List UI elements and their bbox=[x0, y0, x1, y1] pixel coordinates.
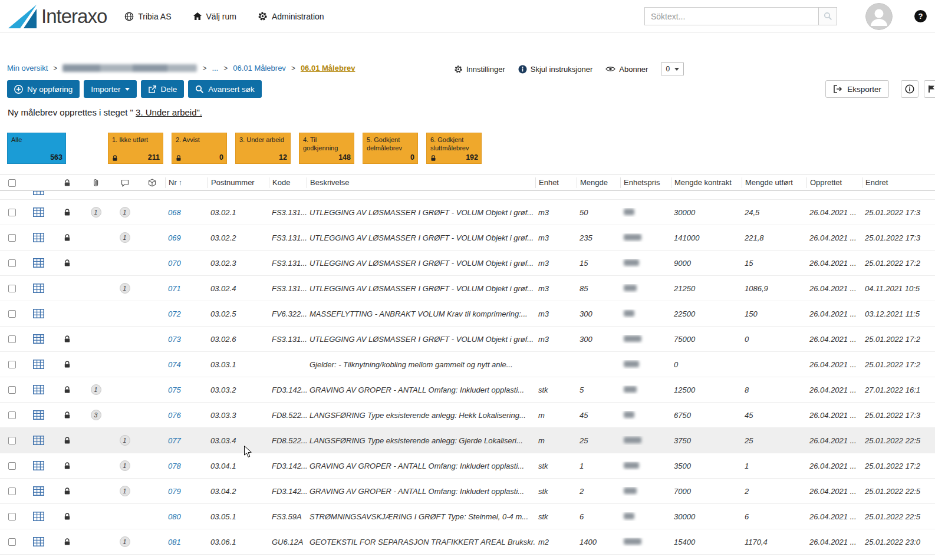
column-header-enhet[interactable]: Enhet bbox=[535, 177, 577, 188]
row-checkbox[interactable] bbox=[8, 234, 16, 242]
grid-icon[interactable] bbox=[33, 191, 44, 195]
column-header-kode[interactable]: Kode bbox=[269, 177, 307, 188]
entry-number-link[interactable]: 081 bbox=[168, 538, 181, 546]
new-entry-button[interactable]: Ny oppføring bbox=[7, 80, 80, 98]
row-checkbox[interactable] bbox=[8, 462, 16, 470]
stage-tile[interactable]: 5. Godkjent delmålebrev 0 bbox=[363, 133, 418, 164]
row-checkbox[interactable] bbox=[8, 487, 16, 495]
row-checkbox[interactable] bbox=[8, 538, 16, 546]
entry-number-link[interactable]: 072 bbox=[168, 309, 181, 318]
comment-count-badge[interactable]: 1 bbox=[120, 232, 130, 243]
tenant-menu[interactable]: Tribia AS bbox=[124, 12, 171, 21]
attachment-count-badge[interactable]: 3 bbox=[91, 410, 101, 420]
hide-instructions-action[interactable]: Skjul instruksjoner bbox=[518, 65, 593, 74]
grid-icon[interactable] bbox=[33, 486, 44, 496]
column-header-mengde-kontrakt[interactable]: Mengde kontrakt bbox=[671, 177, 742, 188]
entry-number-link[interactable]: 070 bbox=[168, 259, 181, 268]
row-checkbox[interactable] bbox=[8, 335, 16, 343]
entry-number-link[interactable]: 068 bbox=[168, 208, 181, 217]
comment-count-badge[interactable]: 1 bbox=[120, 486, 130, 496]
breadcrumb-parent-folder[interactable]: 06.01 Målebrev bbox=[233, 64, 286, 73]
comment-count-badge[interactable]: 1 bbox=[120, 435, 130, 446]
stage-tile[interactable]: 3. Under arbeid 12 bbox=[235, 133, 291, 164]
stage-tile[interactable]: 6. Godkjent sluttmålebrev 192 bbox=[426, 133, 482, 164]
grid-icon[interactable] bbox=[33, 436, 44, 445]
administration-menu[interactable]: Administration bbox=[258, 11, 324, 21]
attachment-count-badge[interactable]: 1 bbox=[91, 384, 101, 395]
row-checkbox[interactable] bbox=[8, 411, 16, 419]
entry-number-link[interactable]: 080 bbox=[168, 512, 181, 521]
entry-number-link[interactable]: 079 bbox=[168, 487, 181, 496]
entry-number-link[interactable]: 074 bbox=[168, 360, 181, 369]
subscribe-count-dropdown[interactable]: 0 bbox=[661, 62, 684, 75]
clipped-edge-button[interactable] bbox=[924, 80, 935, 98]
stage-tile[interactable]: Alle 563 bbox=[7, 133, 66, 164]
info-button[interactable] bbox=[901, 80, 918, 98]
column-header-opprettet[interactable]: Opprettet bbox=[806, 177, 862, 188]
column-header-beskrivelse[interactable]: Beskrivelse bbox=[307, 177, 535, 188]
choose-room-menu[interactable]: Välj rum bbox=[193, 12, 236, 21]
grid-icon[interactable] bbox=[33, 207, 44, 217]
row-checkbox[interactable] bbox=[8, 310, 16, 318]
row-checkbox[interactable] bbox=[8, 386, 16, 394]
breadcrumb-min-oversikt[interactable]: Min oversikt bbox=[7, 64, 48, 73]
table-row: 070 03.02.3 FS3.131... UTLEGGING AV LØSM… bbox=[0, 251, 935, 276]
grid-icon[interactable] bbox=[33, 410, 44, 420]
entry-number-link[interactable]: 073 bbox=[168, 335, 181, 344]
breadcrumb-ellipsis[interactable]: ... bbox=[212, 64, 218, 73]
settings-action[interactable]: Innstillinger bbox=[454, 65, 505, 74]
grid-icon[interactable] bbox=[33, 258, 44, 268]
avatar[interactable] bbox=[865, 3, 893, 30]
row-checkbox[interactable] bbox=[8, 259, 16, 267]
grid-icon[interactable] bbox=[33, 309, 44, 318]
export-button[interactable]: Eksporter bbox=[825, 80, 889, 98]
stage-tile[interactable]: 1. Ikke utført 211 bbox=[108, 133, 163, 164]
grid-icon[interactable] bbox=[33, 512, 44, 521]
column-header-mengde[interactable]: Mengde bbox=[577, 177, 620, 188]
subscribe-action[interactable]: Abonner bbox=[605, 65, 648, 74]
column-header-mengde-utfort[interactable]: Mengde utført bbox=[742, 177, 806, 188]
grid-icon[interactable] bbox=[33, 284, 44, 293]
share-button[interactable]: Dele bbox=[141, 80, 185, 98]
comment-count-badge[interactable]: 1 bbox=[120, 283, 130, 294]
entry-number-link[interactable]: 071 bbox=[168, 284, 181, 293]
entry-number-link[interactable]: 069 bbox=[168, 233, 181, 242]
sort-ascending-icon[interactable]: ↑ bbox=[179, 179, 182, 187]
row-checkbox[interactable] bbox=[8, 437, 16, 444]
breadcrumb-current-folder[interactable]: 06.01 Målebrev bbox=[301, 64, 355, 73]
comment-count-badge[interactable]: 1 bbox=[120, 460, 130, 471]
entry-number-link[interactable]: 078 bbox=[168, 462, 181, 470]
entry-number-link[interactable]: 075 bbox=[168, 386, 181, 394]
breadcrumb: Min oversikt > > ... > 06.01 Målebrev > … bbox=[7, 64, 355, 73]
column-header-enhetspris[interactable]: Enhetspris bbox=[620, 177, 671, 188]
row-checkbox[interactable] bbox=[8, 513, 16, 521]
help-icon[interactable]: ? bbox=[914, 10, 927, 22]
row-checkbox[interactable] bbox=[8, 285, 16, 292]
column-header-postnummer[interactable]: Postnummer bbox=[208, 177, 269, 188]
grid-icon[interactable] bbox=[33, 360, 44, 369]
grid-icon[interactable] bbox=[33, 233, 44, 242]
comment-count-badge[interactable]: 1 bbox=[120, 207, 130, 218]
stage-tile[interactable]: 2. Avvist 0 bbox=[172, 133, 227, 164]
entry-number-link[interactable]: 077 bbox=[168, 436, 181, 445]
stage-notice-link[interactable]: 3. Under arbeid". bbox=[136, 107, 202, 117]
advanced-search-button[interactable]: Avansert søk bbox=[188, 80, 262, 98]
interaxo-logo[interactable]: Interaxo bbox=[8, 5, 107, 28]
stage-tile[interactable]: 4. Til godkjenning 148 bbox=[299, 133, 354, 164]
import-button[interactable]: Importer bbox=[84, 80, 136, 98]
comment-count-badge[interactable]: 1 bbox=[120, 536, 130, 547]
column-header-nr[interactable]: Nr↑ bbox=[165, 177, 208, 188]
breadcrumb-redacted-segment[interactable] bbox=[62, 64, 197, 72]
row-checkbox[interactable] bbox=[8, 361, 16, 368]
grid-icon[interactable] bbox=[33, 537, 44, 546]
grid-icon[interactable] bbox=[33, 385, 44, 394]
column-header-endret[interactable]: Endret bbox=[862, 177, 935, 188]
select-all-checkbox[interactable] bbox=[8, 179, 16, 187]
grid-icon[interactable] bbox=[33, 334, 44, 344]
grid-icon[interactable] bbox=[33, 461, 44, 470]
row-checkbox[interactable] bbox=[8, 209, 16, 216]
search-button[interactable] bbox=[818, 7, 837, 25]
search-input[interactable] bbox=[644, 7, 818, 25]
entry-number-link[interactable]: 076 bbox=[168, 411, 181, 420]
attachment-count-badge[interactable]: 1 bbox=[91, 207, 101, 218]
